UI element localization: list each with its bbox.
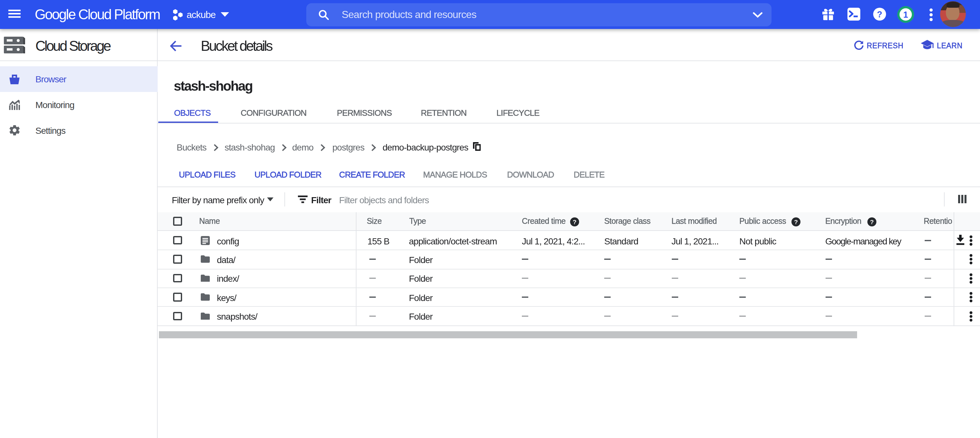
svg-text:?: ? [573, 218, 576, 225]
svg-text:?: ? [877, 10, 883, 19]
svg-text:1: 1 [903, 10, 908, 19]
svg-text:?: ? [794, 218, 797, 225]
svg-text:?: ? [870, 218, 873, 225]
